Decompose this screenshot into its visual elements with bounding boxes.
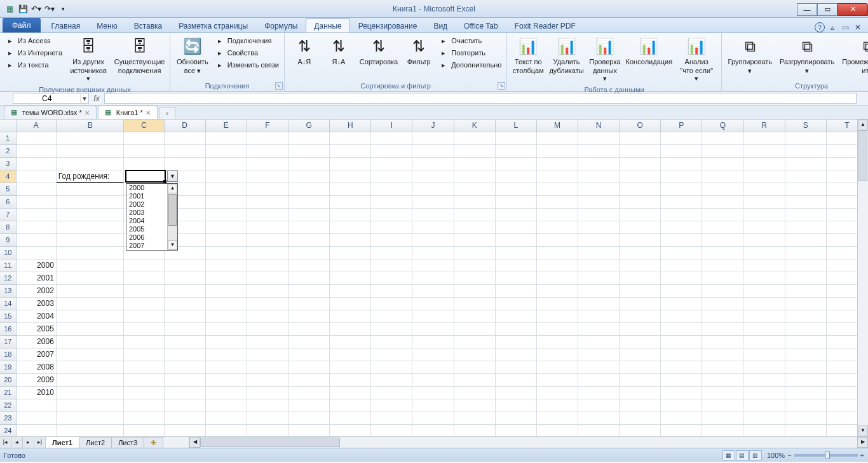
sheet-tab[interactable]: Лист2 bbox=[79, 437, 112, 448]
cell[interactable] bbox=[454, 234, 496, 247]
cell[interactable] bbox=[785, 310, 827, 323]
cell[interactable] bbox=[124, 158, 164, 170]
cell[interactable] bbox=[57, 234, 125, 247]
cell[interactable] bbox=[288, 183, 330, 196]
cell[interactable] bbox=[537, 196, 578, 209]
row-header[interactable]: 15 bbox=[0, 310, 17, 323]
cell[interactable] bbox=[702, 412, 743, 425]
select-all-corner[interactable] bbox=[0, 120, 17, 132]
cell[interactable] bbox=[247, 361, 288, 374]
cell[interactable] bbox=[206, 285, 247, 298]
row-header[interactable]: 10 bbox=[0, 247, 17, 259]
cell[interactable] bbox=[165, 412, 206, 425]
cell[interactable] bbox=[124, 298, 164, 310]
cell[interactable] bbox=[702, 374, 743, 387]
zoom-in-button[interactable]: + bbox=[860, 452, 864, 459]
cell[interactable] bbox=[371, 425, 412, 436]
list-scroll-down[interactable]: ▼ bbox=[168, 240, 177, 250]
ribbon-button[interactable]: ⇅А↓Я bbox=[288, 35, 320, 67]
cell[interactable] bbox=[124, 145, 164, 158]
cell[interactable] bbox=[247, 145, 288, 158]
cell[interactable] bbox=[785, 387, 827, 399]
cell[interactable] bbox=[288, 221, 330, 234]
cell[interactable] bbox=[620, 323, 661, 336]
data-validation-dropdown-button[interactable]: ▼ bbox=[167, 170, 178, 182]
cell[interactable] bbox=[247, 310, 288, 323]
zoom-knob[interactable] bbox=[825, 452, 830, 459]
cell[interactable] bbox=[124, 399, 164, 412]
cell[interactable] bbox=[785, 374, 827, 387]
cell[interactable] bbox=[206, 221, 247, 234]
cell[interactable] bbox=[661, 349, 702, 361]
cell[interactable] bbox=[330, 221, 371, 234]
cell[interactable] bbox=[288, 145, 330, 158]
cell[interactable] bbox=[743, 374, 785, 387]
cell[interactable] bbox=[17, 221, 57, 234]
tab-Вид[interactable]: Вид bbox=[425, 18, 456, 32]
cell[interactable] bbox=[743, 170, 785, 183]
new-workbook-tab[interactable]: ▫ bbox=[159, 107, 175, 119]
cell[interactable] bbox=[537, 387, 578, 399]
cell[interactable] bbox=[785, 196, 827, 209]
cell[interactable] bbox=[247, 221, 288, 234]
tab-Меню[interactable]: Меню bbox=[88, 18, 125, 32]
cell[interactable] bbox=[620, 310, 661, 323]
cell[interactable] bbox=[743, 425, 785, 436]
cell[interactable] bbox=[743, 221, 785, 234]
cell[interactable] bbox=[330, 399, 371, 412]
cell[interactable] bbox=[661, 323, 702, 336]
cell[interactable] bbox=[17, 399, 57, 412]
cell[interactable] bbox=[702, 425, 743, 436]
cell[interactable] bbox=[537, 310, 578, 323]
cell[interactable] bbox=[288, 158, 330, 170]
cell[interactable] bbox=[702, 170, 743, 183]
cell[interactable] bbox=[496, 170, 537, 183]
cell[interactable] bbox=[371, 387, 412, 399]
row-header[interactable]: 4 bbox=[0, 170, 17, 183]
column-header[interactable]: C bbox=[124, 120, 164, 132]
sheet-nav-button[interactable]: |◂ bbox=[0, 437, 11, 448]
column-header[interactable]: N bbox=[578, 120, 620, 132]
zoom-slider[interactable] bbox=[794, 454, 858, 457]
dialog-launcher-icon[interactable]: ↘ bbox=[275, 82, 283, 90]
cell[interactable] bbox=[578, 361, 620, 374]
cell[interactable] bbox=[57, 399, 125, 412]
cell[interactable] bbox=[620, 183, 661, 196]
cell[interactable] bbox=[165, 310, 206, 323]
cell[interactable] bbox=[288, 132, 330, 145]
tab-Вставка[interactable]: Вставка bbox=[126, 18, 171, 32]
cell[interactable] bbox=[124, 323, 164, 336]
row-header[interactable]: 22 bbox=[0, 399, 17, 412]
ribbon-button[interactable]: ⧉Промежуточныйитог bbox=[839, 35, 868, 76]
tab-file[interactable]: Файл bbox=[3, 18, 41, 32]
cell[interactable] bbox=[454, 132, 496, 145]
cell[interactable] bbox=[743, 323, 785, 336]
ribbon-button[interactable]: ⧉Группировать▾ bbox=[726, 35, 775, 76]
cell[interactable] bbox=[371, 221, 412, 234]
cell[interactable] bbox=[537, 234, 578, 247]
cell[interactable] bbox=[288, 234, 330, 247]
redo-icon[interactable]: ↷▾ bbox=[44, 3, 55, 15]
cell[interactable] bbox=[330, 425, 371, 436]
scroll-left-button[interactable]: ◀ bbox=[189, 437, 200, 448]
ribbon-button[interactable]: 🗄Существующиеподключения bbox=[113, 35, 166, 76]
cell[interactable] bbox=[330, 247, 371, 259]
cell[interactable] bbox=[578, 425, 620, 436]
cell[interactable] bbox=[661, 196, 702, 209]
cell[interactable] bbox=[578, 349, 620, 361]
cell[interactable] bbox=[124, 387, 164, 399]
cell[interactable] bbox=[288, 259, 330, 272]
cell[interactable] bbox=[17, 132, 57, 145]
cell[interactable] bbox=[578, 298, 620, 310]
name-box-dropdown-icon[interactable]: ▾ bbox=[80, 94, 88, 103]
cell[interactable] bbox=[206, 145, 247, 158]
cell[interactable]: 2008 bbox=[17, 361, 57, 374]
cell[interactable] bbox=[537, 285, 578, 298]
cell[interactable] bbox=[743, 387, 785, 399]
column-header[interactable]: D bbox=[165, 120, 206, 132]
cell[interactable]: 2003 bbox=[17, 298, 57, 310]
cell[interactable] bbox=[496, 145, 537, 158]
cell[interactable] bbox=[661, 425, 702, 436]
cell[interactable] bbox=[620, 285, 661, 298]
cell[interactable] bbox=[702, 221, 743, 234]
